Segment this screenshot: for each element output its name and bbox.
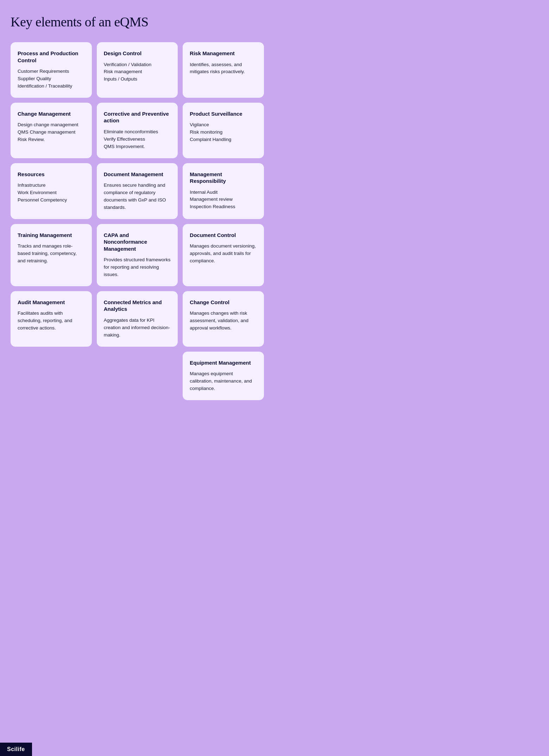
card-title-corrective-preventive-action: Corrective and Preventive action [104, 110, 171, 124]
card-title-design-control: Design Control [104, 50, 171, 57]
card-capa-nonconformance: CAPA and Nonconformance ManagementProvid… [97, 224, 178, 286]
card-body-change-management: Design change managementQMS Change manag… [18, 121, 85, 143]
card-body-connected-metrics: Aggregates data for KPI creation and inf… [104, 317, 171, 339]
card-title-process-production-control: Process and Production Control [18, 50, 85, 64]
card-title-equipment-management: Equipment Management [190, 359, 257, 366]
card-body-product-surveillance: VigilanceRisk monitoringComplaint Handli… [190, 121, 257, 143]
card-body-equipment-management: Manages equipment calibration, maintenan… [190, 370, 257, 392]
card-connected-metrics: Connected Metrics and AnalyticsAggregate… [97, 291, 178, 347]
card-body-design-control: Verification / ValidationRisk management… [104, 61, 171, 83]
card-corrective-preventive-action: Corrective and Preventive actionEliminat… [97, 103, 178, 158]
card-body-training-management: Tracks and manages role-based training, … [18, 243, 85, 265]
card-title-risk-management: Risk Management [190, 50, 257, 57]
card-management-responsibility: Management ResponsibilityInternal AuditM… [183, 163, 264, 219]
cards-grid: Process and Production ControlCustomer R… [11, 42, 264, 400]
card-training-management: Training ManagementTracks and manages ro… [11, 224, 92, 286]
card-change-control: Change ControlManages changes with risk … [183, 291, 264, 347]
card-change-management: Change ManagementDesign change managemen… [11, 103, 92, 158]
card-title-training-management: Training Management [18, 232, 85, 239]
card-body-document-management: Ensures secure handling and compliance o… [104, 182, 171, 211]
card-empty1 [11, 352, 92, 400]
card-title-change-management: Change Management [18, 110, 85, 117]
card-body-process-production-control: Customer RequirementsSupplier QualityIde… [18, 68, 85, 90]
card-title-capa-nonconformance: CAPA and Nonconformance Management [104, 232, 171, 252]
card-title-document-control: Document Control [190, 232, 257, 239]
card-body-corrective-preventive-action: Eliminate nonconformitiesVerify Effectiv… [104, 128, 171, 150]
page: Key elements of an eQMS Process and Prod… [0, 0, 274, 428]
card-audit-management: Audit ManagementFacilitates audits with … [11, 291, 92, 347]
card-body-management-responsibility: Internal AuditManagement reviewInspectio… [190, 189, 257, 211]
card-process-production-control: Process and Production ControlCustomer R… [11, 42, 92, 98]
card-product-surveillance: Product SurveillanceVigilanceRisk monito… [183, 103, 264, 158]
card-title-management-responsibility: Management Responsibility [190, 171, 257, 185]
card-body-change-control: Manages changes with risk assessment, va… [190, 310, 257, 332]
card-body-audit-management: Facilitates audits with scheduling, repo… [18, 310, 85, 332]
card-title-resources: Resources [18, 171, 85, 178]
card-document-management: Document ManagementEnsures secure handli… [97, 163, 178, 219]
card-title-document-management: Document Management [104, 171, 171, 178]
card-body-document-control: Manages document versioning, approvals, … [190, 243, 257, 265]
card-document-control: Document ControlManages document version… [183, 224, 264, 286]
card-body-capa-nonconformance: Provides structured frameworks for repor… [104, 256, 171, 278]
card-title-product-surveillance: Product Surveillance [190, 110, 257, 117]
card-equipment-management: Equipment ManagementManages equipment ca… [183, 352, 264, 400]
card-title-change-control: Change Control [190, 299, 257, 306]
card-empty2 [97, 352, 178, 400]
card-body-resources: InfrastructureWork EnvironmentPersonnel … [18, 182, 85, 204]
card-risk-management: Risk ManagementIdentifies, assesses, and… [183, 42, 264, 98]
page-title: Key elements of an eQMS [11, 14, 264, 30]
card-design-control: Design ControlVerification / ValidationR… [97, 42, 178, 98]
card-resources: ResourcesInfrastructureWork EnvironmentP… [11, 163, 92, 219]
card-body-risk-management: Identifies, assesses, and mitigates risk… [190, 61, 257, 76]
card-title-connected-metrics: Connected Metrics and Analytics [104, 299, 171, 313]
card-title-audit-management: Audit Management [18, 299, 85, 306]
